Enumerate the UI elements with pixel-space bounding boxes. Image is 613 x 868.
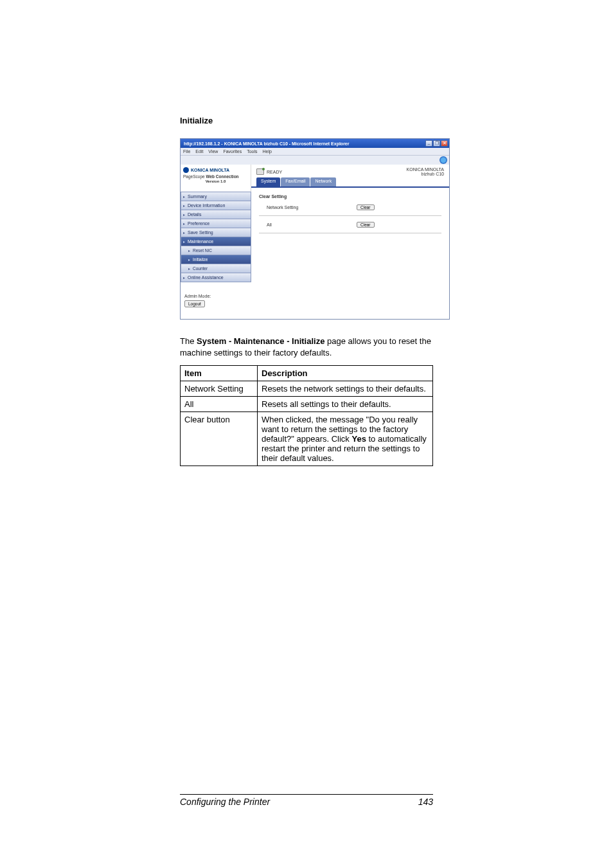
table-cell-desc: Resets all settings to their defaults. <box>258 397 433 412</box>
window-controls: – ❐ ✕ <box>425 140 448 147</box>
sidebar-item-preference[interactable]: Preference <box>181 219 251 228</box>
sidebar-item-initialize[interactable]: Initialize <box>181 255 251 264</box>
table-header-item: Item <box>181 366 258 381</box>
menu-view[interactable]: View <box>208 149 218 154</box>
printer-status: READY <box>256 168 282 175</box>
table-row: All Resets all settings to their default… <box>181 397 433 412</box>
description-table: Item Description Network Setting Resets … <box>180 365 433 466</box>
section-heading: Initialize <box>180 116 433 125</box>
setting-row-all: All Clear <box>259 220 441 231</box>
footer-title: Configuring the Printer <box>180 797 270 807</box>
menu-help[interactable]: Help <box>263 149 272 154</box>
footer-page-number: 143 <box>418 797 433 807</box>
title-bar: http://192.168.1.2 - KONICA MINOLTA bizh… <box>181 139 449 148</box>
page-footer: Configuring the Printer 143 <box>180 794 433 807</box>
pagescope-label: PageScope Web Connection <box>183 174 248 179</box>
sidebar-item-reset-nic[interactable]: Reset NIC <box>181 246 251 255</box>
printer-icon <box>256 168 264 175</box>
minimize-button[interactable]: – <box>425 140 432 147</box>
admin-mode-area: Admin Mode: Logout <box>181 282 251 319</box>
table-header-desc: Description <box>258 366 433 381</box>
table-cell-desc: When clicked, the message "Do you really… <box>258 412 433 466</box>
all-setting-label: All <box>267 222 357 227</box>
tab-network[interactable]: Network <box>310 177 336 186</box>
table-cell-item: Clear button <box>181 412 258 466</box>
close-button[interactable]: ✕ <box>441 140 448 147</box>
sidebar-item-save-setting[interactable]: Save Setting <box>181 228 251 237</box>
ready-label: READY <box>267 170 282 174</box>
device-name: KONICA MINOLTA bizhub C10 <box>407 167 444 176</box>
table-row: Network Setting Resets the network setti… <box>181 381 433 397</box>
table-cell-desc: Resets the network settings to their def… <box>258 381 433 397</box>
sidebar-item-counter[interactable]: Counter <box>181 264 251 273</box>
settings-panel: Clear Setting Network Setting Clear All … <box>251 188 449 244</box>
menu-favorites[interactable]: Favorites <box>223 149 242 154</box>
menu-file[interactable]: File <box>183 149 190 154</box>
main-area: READY KONICA MINOLTA bizhub C10 System F… <box>251 165 449 319</box>
setting-row-network: Network Setting Clear <box>259 203 441 214</box>
brand-logo: KONICA MINOLTA <box>183 167 248 173</box>
nav-list: Summary Device Information Details Prefe… <box>181 192 251 282</box>
panel-heading: Clear Setting <box>259 194 441 199</box>
brand-circle-icon <box>183 167 189 173</box>
separator <box>259 233 441 233</box>
separator <box>259 215 441 216</box>
clear-all-button[interactable]: Clear <box>357 222 375 228</box>
clear-network-button[interactable]: Clear <box>357 204 375 210</box>
page-description: The System - Maintenance - Initialize pa… <box>180 336 433 359</box>
sidebar: KONICA MINOLTA PageScope Web Connection … <box>181 165 251 319</box>
menu-edit[interactable]: Edit <box>195 149 203 154</box>
network-setting-label: Network Setting <box>267 205 357 210</box>
version-label: Version 1.0 <box>183 179 248 183</box>
brand-area: KONICA MINOLTA PageScope Web Connection … <box>181 165 251 192</box>
toolbar <box>181 156 449 165</box>
sidebar-item-online-assistance[interactable]: Online Assistance <box>181 273 251 282</box>
maximize-button[interactable]: ❐ <box>433 140 440 147</box>
brand-name: KONICA MINOLTA <box>191 168 229 172</box>
sidebar-item-maintenance[interactable]: Maintenance <box>181 237 251 246</box>
tab-system[interactable]: System <box>256 177 280 186</box>
window-title: http://192.168.1.2 - KONICA MINOLTA bizh… <box>182 141 349 146</box>
logout-button[interactable]: Logout <box>184 300 205 307</box>
table-cell-item: All <box>181 397 258 412</box>
footer-line <box>180 794 433 795</box>
browser-window: http://192.168.1.2 - KONICA MINOLTA bizh… <box>180 138 450 320</box>
table-row: Clear button When clicked, the message "… <box>181 412 433 466</box>
sidebar-item-summary[interactable]: Summary <box>181 192 251 201</box>
sidebar-item-details[interactable]: Details <box>181 210 251 219</box>
sidebar-item-device-info[interactable]: Device Information <box>181 201 251 210</box>
ie-logo-icon <box>440 156 447 164</box>
menu-bar: File Edit View Favorites Tools Help <box>181 148 449 156</box>
admin-mode-label: Admin Mode: <box>184 294 247 298</box>
tab-fax-email[interactable]: Fax/Email <box>281 177 310 186</box>
table-cell-item: Network Setting <box>181 381 258 397</box>
tab-bar: System Fax/Email Network <box>251 177 449 186</box>
menu-tools[interactable]: Tools <box>247 149 257 154</box>
